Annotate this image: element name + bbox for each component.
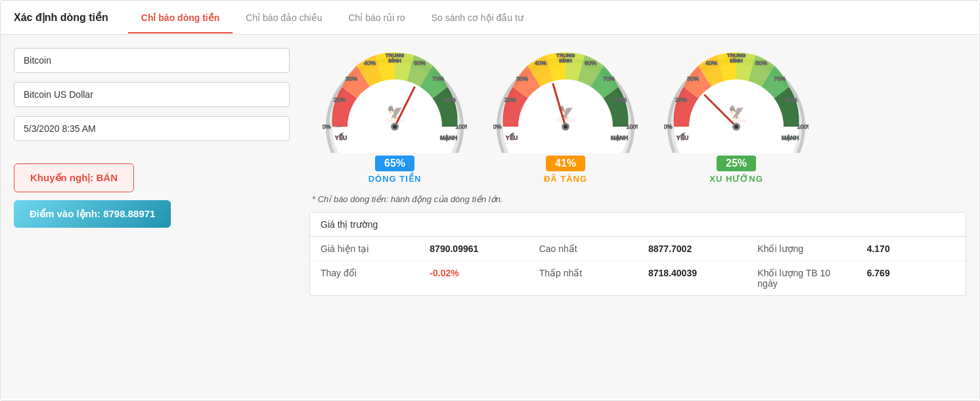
label-gia-hien-tai: Giá hiện tại: [310, 237, 419, 261]
gauge-xu-huong-name: XU HƯỚNG: [709, 174, 763, 184]
pair-name-input[interactable]: [14, 82, 290, 107]
svg-text:BÌNH: BÌNH: [388, 58, 401, 64]
value-khoi-luong: 4.170: [857, 237, 966, 261]
svg-text:70%: 70%: [774, 75, 786, 82]
datetime-input[interactable]: [14, 116, 290, 141]
svg-text:0%: 0%: [664, 123, 673, 130]
tab-bar: Xác định dòng tiền Chỉ báo dòng tiền Chỉ…: [1, 1, 979, 35]
svg-text:0%: 0%: [493, 123, 502, 130]
market-table-row-1: Giá hiện tại 8790.09961 Cao nhất 8877.70…: [310, 237, 966, 261]
svg-text:60%: 60%: [585, 60, 596, 66]
left-panel: Khuyến nghị: BÁN Điểm vào lệnh: 8798.889…: [14, 48, 309, 386]
recommendation-button[interactable]: Khuyến nghị: BÁN: [14, 163, 134, 192]
gauge-dong-tien-name: DÒNG TIỀN: [368, 174, 422, 184]
label-khoi-luong: Khối lượng: [747, 237, 856, 261]
svg-text:80%: 80%: [444, 96, 456, 103]
value-cao-nhat: 8877.7002: [638, 237, 747, 261]
svg-text:60%: 60%: [414, 60, 426, 66]
svg-text:MẠNH: MẠNH: [611, 135, 629, 141]
gauge-da-tang-badge: 41%: [546, 156, 585, 171]
gauge-dong-tien-badge: 65%: [375, 156, 414, 171]
svg-text:0%: 0%: [323, 123, 331, 130]
svg-text:80%: 80%: [786, 96, 797, 103]
tab-chi-bao-rui-ro[interactable]: Chỉ báo rủi ro: [335, 2, 418, 33]
svg-text:40%: 40%: [364, 60, 376, 66]
svg-text:70%: 70%: [432, 75, 444, 82]
svg-text:100%: 100%: [797, 123, 809, 130]
value-thap-nhat: 8718.40039: [638, 261, 747, 295]
market-table: Giá thị trường Giá hiện tại 8790.09961 C…: [309, 212, 966, 296]
svg-text:100%: 100%: [626, 123, 638, 130]
right-panel: 0% 20% 30% 40% TRUNG: [309, 48, 966, 386]
tab-chi-bao-dao-chieu[interactable]: Chỉ báo đảo chiều: [233, 2, 335, 33]
gauge-xu-huong: 0% 20% 30% 40% TRUNG BÌNH 60% 70% 80% 10…: [664, 48, 809, 184]
svg-text:40%: 40%: [705, 60, 717, 66]
label-cao-nhat: Cao nhất: [529, 237, 638, 261]
label-khoi-luong-tb: Khối lượng TB 10 ngày: [747, 261, 856, 295]
svg-text:30%: 30%: [516, 75, 528, 82]
gauge-dong-tien: 0% 20% 30% 40% TRUNG: [323, 48, 467, 184]
gauges-row: 0% 20% 30% 40% TRUNG: [309, 48, 966, 184]
label-thap-nhat: Thấp nhất: [529, 261, 638, 295]
svg-text:40%: 40%: [535, 60, 546, 66]
entry-point-button[interactable]: Điểm vào lệnh: 8798.88971: [14, 200, 171, 228]
svg-text:70%: 70%: [603, 75, 615, 82]
gauge-da-tang: 0% 20% 30% 40% TRUNG BÌNH 60% 70% 80% 10…: [493, 48, 638, 184]
svg-text:Fina mark: Fina mark: [555, 118, 576, 123]
svg-text:20%: 20%: [675, 96, 687, 103]
market-table-header: Giá thị trường: [310, 213, 966, 237]
svg-text:20%: 20%: [334, 96, 345, 103]
label-thay-doi: Thay đổi: [310, 261, 419, 295]
svg-text:BÌNH: BÌNH: [730, 58, 743, 64]
svg-text:60%: 60%: [755, 60, 767, 66]
svg-text:20%: 20%: [504, 96, 516, 103]
footnote: * Chỉ báo dòng tiền: hành động của dòng …: [309, 194, 966, 204]
asset-name-input[interactable]: [14, 48, 290, 73]
svg-point-64: [734, 125, 738, 129]
gauge-da-tang-name: ĐÃ TĂNG: [544, 174, 587, 184]
gauge-dong-tien-labels: 65% DÒNG TIỀN: [368, 156, 422, 184]
svg-text:BÌNH: BÌNH: [559, 58, 572, 64]
main-container: Xác định dòng tiền Chỉ báo dòng tiền Chỉ…: [0, 0, 980, 401]
market-table-row-2: Thay đổi -0.02% Thấp nhất 8718.40039 Khố…: [310, 261, 966, 295]
tab-so-sanh-co-hoi[interactable]: So sánh cơ hội đầu tư: [418, 2, 537, 33]
svg-text:MẠNH: MẠNH: [782, 135, 799, 141]
gauge-xu-huong-visual: 0% 20% 30% 40% TRUNG BÌNH 60% 70% 80% 10…: [664, 48, 809, 153]
svg-text:30%: 30%: [687, 75, 699, 82]
svg-text:100%: 100%: [455, 123, 467, 130]
svg-text:80%: 80%: [615, 96, 627, 103]
svg-text:Fina mark: Fina mark: [384, 118, 405, 123]
svg-point-22: [393, 125, 397, 129]
action-buttons: Khuyến nghị: BÁN Điểm vào lệnh: 8798.889…: [14, 163, 290, 228]
value-thay-doi: -0.02%: [419, 261, 528, 295]
svg-text:30%: 30%: [345, 75, 357, 82]
gauge-da-tang-labels: 41% ĐÃ TĂNG: [544, 156, 587, 184]
page-title: Xác định dòng tiền: [14, 1, 108, 34]
gauge-xu-huong-badge: 25%: [717, 156, 756, 171]
main-content: Khuyến nghị: BÁN Điểm vào lệnh: 8798.889…: [1, 35, 979, 399]
value-gia-hien-tai: 8790.09961: [419, 237, 528, 261]
svg-text:MẠNH: MẠNH: [440, 135, 458, 141]
gauge-xu-huong-labels: 25% XU HƯỚNG: [709, 156, 763, 184]
svg-point-43: [564, 125, 568, 129]
value-khoi-luong-tb: 6.769: [857, 261, 966, 295]
gauge-dong-tien-visual: 0% 20% 30% 40% TRUNG: [323, 48, 467, 153]
gauge-da-tang-visual: 0% 20% 30% 40% TRUNG BÌNH 60% 70% 80% 10…: [493, 48, 638, 153]
tab-chi-bao-dong-tien[interactable]: Chỉ báo dòng tiền: [128, 2, 233, 33]
